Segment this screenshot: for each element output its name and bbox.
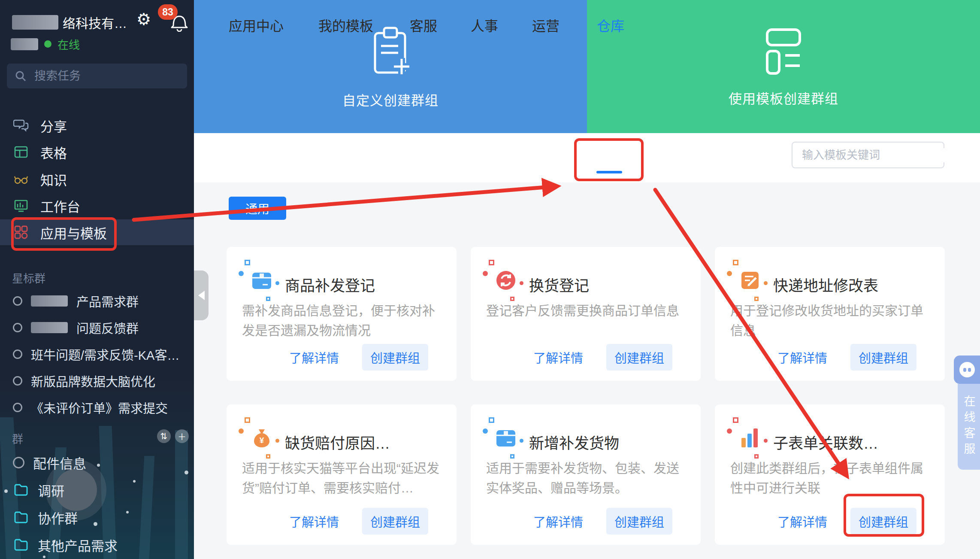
create-group-button[interactable]: 创建群组	[850, 344, 916, 371]
folder-icon	[13, 537, 29, 553]
group-circle-icon	[13, 457, 24, 468]
decor-dot	[483, 271, 488, 276]
online-dot-icon	[44, 40, 51, 48]
starred-group-item[interactable]: 产品需求群 1	[0, 289, 194, 313]
template-card-address-change: 快递地址修改表 用于登记修改收货地址的买家订单信息 了解详情 创建群组	[715, 247, 945, 381]
folder-icon	[13, 482, 29, 498]
redacted-company-prefix	[12, 15, 58, 30]
template-search-input[interactable]	[801, 148, 947, 162]
group-label: 配件信息	[33, 453, 86, 472]
details-link[interactable]: 了解详情	[777, 348, 827, 366]
details-link[interactable]: 了解详情	[533, 348, 583, 366]
decor-square	[245, 260, 250, 265]
card-title: 新增补发货物	[529, 431, 619, 453]
decor-dot	[275, 281, 279, 285]
group-label: 调研	[38, 480, 64, 500]
create-group-from-template-banner[interactable]: 使用模板创建群组	[587, 0, 980, 133]
starred-group-item[interactable]: 新版品牌数据大脑优化	[0, 368, 194, 393]
decor-square	[245, 417, 250, 423]
banner-label: 自定义创建群组	[342, 90, 439, 109]
sidebar-item-workbench[interactable]: 工作台	[0, 193, 194, 219]
decor-dot	[520, 281, 523, 285]
card-description: 需补发商品信息登记，便于核对补发是否遗漏及物流情况	[242, 301, 442, 340]
tab-customer-service[interactable]: 客服	[410, 0, 437, 49]
card-description: 适用于核实天猫等平台出现“延迟发货”赔付订单、需要核实赔付…	[242, 459, 442, 498]
redacted-user-name	[11, 38, 38, 50]
sidebar-item-share[interactable]: 分享	[0, 112, 194, 138]
decor-dot	[239, 428, 244, 434]
redacted-group-prefix	[31, 322, 68, 333]
create-group-button[interactable]: 创建群组	[362, 508, 428, 535]
starred-group-item[interactable]: 《未评价订单》需求提交	[0, 395, 194, 420]
glasses-icon	[13, 171, 29, 187]
tab-hr[interactable]: 人事	[471, 0, 498, 49]
sidebar-item-apps-templates[interactable]: 应用与模板	[0, 219, 194, 245]
group-label: 产品需求群	[76, 292, 139, 310]
card-description: 创建此类群组后，在子表单组件属性中可进行关联	[730, 459, 930, 498]
tab-my-templates[interactable]: 我的模板	[318, 0, 373, 49]
decor-square	[510, 454, 514, 459]
card-description: 登记客户反馈需更换商品订单信息	[486, 301, 686, 321]
add-group-button[interactable]: ＋	[175, 429, 189, 443]
template-card-subform-link: 子表单关联数… 创建此类群组后，在子表单组件属性中可进行关联 了解详情 创建群组	[715, 404, 945, 545]
details-link[interactable]: 了解详情	[289, 348, 339, 366]
active-tab-underline	[596, 171, 622, 173]
group-label: 其他产品需求	[38, 535, 118, 555]
decor-dot	[239, 271, 244, 276]
create-group-button[interactable]: 创建群组	[606, 508, 672, 535]
decor-square	[266, 454, 270, 459]
gear-icon[interactable]: ⚙	[136, 11, 151, 27]
task-search-input[interactable]	[33, 69, 171, 83]
decor-dot	[764, 281, 768, 285]
user-status-row: 在线	[11, 36, 80, 52]
sort-groups-button[interactable]: ⇅	[157, 429, 171, 443]
decor-dot	[483, 428, 488, 434]
sidebar-item-label: 应用与模板	[40, 223, 107, 242]
details-link[interactable]: 了解详情	[777, 512, 827, 530]
card-description: 用于登记修改收货地址的买家订单信息	[730, 301, 930, 340]
group-label: 协作群	[38, 508, 78, 527]
details-link[interactable]: 了解详情	[289, 512, 339, 530]
bar-chart-icon	[739, 427, 761, 449]
sidebar-item-label: 工作台	[40, 196, 80, 216]
group-label: 新版品牌数据大脑优化	[31, 372, 155, 390]
starred-group-item[interactable]: 班牛问题/需求反馈-KA客…	[0, 342, 194, 367]
template-card-exchange-register: 换货登记 登记客户反馈需更换商品订单信息 了解详情 创建群组	[471, 247, 701, 381]
filter-common-button[interactable]: 通用	[229, 197, 286, 220]
details-link[interactable]: 了解详情	[533, 512, 583, 530]
starred-group-item[interactable]: 问题反馈群 1	[0, 315, 194, 340]
chat-bubbles-icon	[13, 117, 29, 134]
group-label: 《未评价订单》需求提交	[31, 398, 168, 416]
decor-dot	[520, 439, 523, 443]
template-card-goods-reissue: 商品补发登记 需补发商品信息登记，便于核对补发是否遗漏及物流情况 了解详情 创建…	[227, 247, 457, 381]
decor-dot	[275, 439, 279, 443]
sidebar-collapse-handle[interactable]	[194, 270, 209, 320]
banner-label: 使用模板创建群组	[729, 88, 838, 107]
sidebar-item-knowledge[interactable]: 知识	[0, 166, 194, 192]
decor-dot	[727, 428, 732, 434]
create-group-button[interactable]: 创建群组	[606, 344, 672, 371]
card-title: 子表单关联数…	[773, 431, 878, 453]
create-group-button[interactable]: 创建群组	[850, 508, 916, 535]
decor-square	[754, 297, 759, 301]
task-search-box[interactable]	[7, 64, 187, 88]
template-search-box[interactable]	[792, 142, 944, 168]
package-icon	[251, 269, 273, 292]
tab-warehouse[interactable]: 仓库	[597, 0, 624, 49]
group-item[interactable]: 其他产品需求	[0, 532, 194, 557]
tab-app-center[interactable]: 应用中心	[229, 0, 284, 49]
group-label: 问题反馈群	[76, 319, 139, 337]
notification-badge: 83	[158, 4, 178, 20]
search-icon	[15, 70, 27, 82]
sidebar-item-tables[interactable]: 表格	[0, 139, 194, 165]
group-item[interactable]: 调研	[0, 477, 194, 502]
chat-mascot-icon	[954, 355, 980, 384]
group-item[interactable]: 协作群	[0, 505, 194, 530]
exchange-icon	[495, 269, 517, 292]
group-circle-icon	[13, 323, 22, 332]
group-item[interactable]: 配件信息	[0, 450, 194, 475]
create-group-button[interactable]: 创建群组	[362, 344, 428, 371]
tab-operations[interactable]: 运营	[532, 0, 560, 49]
support-tab-label: 在线客服	[961, 395, 977, 459]
group-circle-icon	[13, 349, 22, 359]
